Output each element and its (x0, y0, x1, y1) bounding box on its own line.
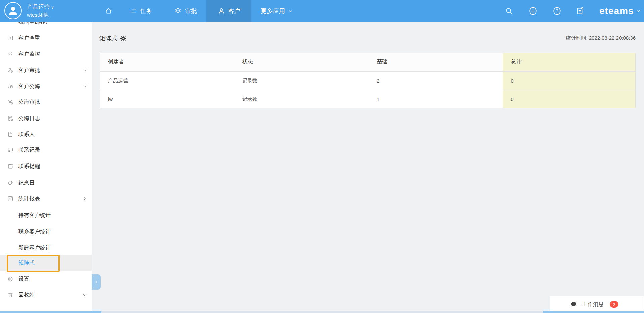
table-header-row: 创建者 状态 基础 总计 (100, 53, 636, 72)
sidebar-item-contact-records[interactable]: 联系记录 (0, 142, 92, 158)
scrollbar-thumb[interactable] (543, 311, 644, 313)
gear-icon[interactable] (120, 35, 127, 42)
avatar[interactable] (4, 2, 22, 19)
work-report-button[interactable] (576, 0, 585, 22)
sidebar-item-contacted-customer-stats[interactable]: 联系客户统计 (0, 224, 92, 240)
tab-home[interactable] (98, 0, 119, 22)
sidebar-item-label: 客户审批 (18, 67, 40, 74)
sidebar-item-label: 联系客户统计 (18, 228, 51, 235)
sidebar-item-contacts[interactable]: 联系人 (0, 126, 92, 142)
sidebar-item-label: 设置 (18, 276, 29, 283)
column-header-creator: 创建者 (100, 53, 234, 72)
sidebar-item-label: 我的全部客户 (18, 22, 51, 26)
sidebar: 我的全部客户 客户查重 客户监控 客户审批 客户公海 公海审批 (0, 22, 92, 313)
trash-icon (7, 292, 13, 298)
horizontal-scrollbar[interactable] (0, 311, 644, 313)
reminder-icon (7, 163, 13, 169)
sidebar-item-recycle-bin[interactable]: 回收站 (0, 287, 92, 303)
sidebar-item-pool-log[interactable]: 公海日志 (0, 110, 92, 126)
sidebar-item-customer-pool[interactable]: 客户公海 (0, 78, 92, 94)
tab-approval-label: 审批 (185, 7, 197, 15)
tab-more-apps[interactable]: 更多应用 (254, 0, 300, 22)
work-report-icon (576, 7, 585, 15)
tab-customer[interactable]: 客户 (206, 0, 251, 22)
sidebar-item-label: 统计报表 (18, 195, 40, 203)
contacts-icon (7, 131, 13, 137)
sidebar-item-label: 持有客户统计 (18, 212, 51, 219)
sidebar-item-label: 新建客户统计 (18, 244, 51, 252)
chevron-down-icon (82, 68, 87, 73)
user-team: wtest团队 (27, 11, 54, 19)
eteams-logo-text: eteams (599, 6, 634, 16)
chevron-down-icon: ∨ (51, 5, 54, 10)
matrix-table: 创建者 状态 基础 总计 产品运营 记录数 2 0 lw 记录数 1 0 (100, 53, 636, 108)
sidebar-item-matrix[interactable]: 矩阵式 (0, 255, 92, 271)
approval-icon (174, 7, 182, 15)
tab-tasks[interactable]: 任务 (123, 0, 159, 22)
sidebar-item-label: 公海审批 (18, 99, 40, 106)
cell-total: 0 (503, 90, 635, 108)
chat-bubble-icon (570, 301, 577, 308)
sidebar-collapse-handle[interactable] (92, 274, 101, 290)
chevron-down-icon (82, 293, 87, 297)
dedupe-icon (7, 35, 13, 41)
customer-icon (218, 7, 225, 15)
chat-record-icon (7, 147, 13, 153)
sidebar-item-customer-approval[interactable]: 客户审批 (0, 62, 92, 78)
sidebar-item-pool-approval[interactable]: 公海审批 (0, 94, 92, 110)
sidebar-item-label: 联系记录 (18, 147, 40, 154)
user-name: 产品运营 (27, 4, 50, 10)
page-title: 矩阵式 (99, 34, 127, 42)
sidebar-item-stats-report[interactable]: 统计报表 (0, 191, 92, 207)
cell-total: 0 (503, 72, 635, 90)
tab-tasks-label: 任务 (140, 7, 152, 15)
create-button[interactable] (529, 0, 537, 22)
monitor-icon (7, 51, 13, 57)
svg-text:?: ? (556, 8, 558, 14)
sidebar-item-contact-reminder[interactable]: 联系提醒 (0, 158, 92, 174)
top-header: 产品运营∨ wtest团队 任务 审批 客户 更多应用 (0, 0, 644, 22)
column-header-status: 状态 (234, 53, 368, 72)
scrollbar-thumb[interactable] (0, 311, 101, 313)
main-content: 矩阵式 统计时间: 2022-08-22 20:08:36 创建者 状态 基础 … (93, 22, 644, 313)
chevron-down-icon (82, 84, 87, 89)
tab-customer-label: 客户 (228, 7, 240, 15)
sidebar-item-held-customer-stats[interactable]: 持有客户统计 (0, 207, 92, 223)
column-header-basic: 基础 (368, 53, 503, 72)
tasks-icon (130, 7, 137, 15)
cell-basic: 2 (368, 72, 503, 90)
plus-circle-icon (529, 6, 537, 16)
cell-creator: lw (100, 90, 234, 108)
cell-status: 记录数 (234, 72, 368, 90)
stats-time: 统计时间: 2022-08-22 20:08:36 (566, 35, 636, 41)
cell-basic: 1 (368, 90, 503, 108)
sidebar-item-customer-dedupe[interactable]: 客户查重 (0, 30, 92, 46)
person-approval-icon (7, 67, 13, 73)
sidebar-item-all-customers[interactable]: 我的全部客户 (0, 22, 92, 30)
column-header-total: 总计 (503, 53, 635, 72)
doc-clock-icon (7, 115, 13, 121)
unread-count-badge: 2 (610, 301, 618, 308)
sidebar-item-label: 公海日志 (18, 115, 40, 122)
table-row: lw 记录数 1 0 (100, 90, 636, 108)
work-message-panel[interactable]: 工作消息 2 (550, 296, 644, 313)
work-message-label: 工作消息 (582, 301, 604, 308)
tab-approval[interactable]: 审批 (167, 0, 204, 22)
help-button[interactable]: ? (553, 0, 561, 22)
sidebar-item-settings[interactable]: 设置 (0, 271, 92, 287)
sidebar-item-new-customer-stats[interactable]: 新建客户统计 (0, 240, 92, 256)
cell-creator: 产品运营 (100, 72, 234, 90)
sidebar-item-label: 联系提醒 (18, 163, 40, 170)
home-icon (105, 7, 113, 15)
sidebar-item-customer-monitor[interactable]: 客户监控 (0, 46, 92, 62)
user-block[interactable]: 产品运营∨ wtest团队 (27, 3, 54, 19)
sidebar-item-anniversary[interactable]: 纪念日 (0, 175, 92, 191)
chevron-right-icon (82, 196, 87, 201)
sidebar-item-label: 联系人 (18, 131, 35, 138)
sidebar-item-label: 客户查重 (18, 35, 40, 42)
sidebar-item-label: 客户公海 (18, 83, 40, 90)
table-row: 产品运营 记录数 2 0 (100, 72, 636, 90)
eteams-logo[interactable]: eteams (599, 0, 641, 22)
waves-icon (7, 83, 13, 89)
search-button[interactable] (505, 0, 513, 22)
